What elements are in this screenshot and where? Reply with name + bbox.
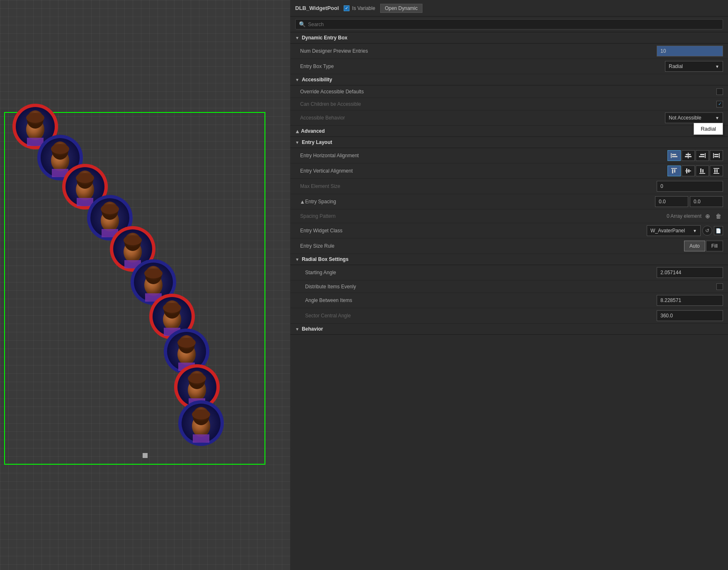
override-accessible-defaults-row: Override Accessible Defaults — [290, 85, 728, 98]
spacing-pattern-text: 0 Array element — [667, 213, 701, 219]
entry-widget-class-row: Entry Widget Class W_AvaterPanel ▼ ↺ 📄 — [290, 223, 728, 239]
can-children-accessible-checkbox[interactable] — [716, 101, 723, 107]
svg-rect-65 — [685, 156, 692, 157]
entry-spacing-label: Entry Spacing — [305, 199, 655, 205]
entry-size-rule-fill-button[interactable]: Fill — [706, 241, 723, 251]
svg-rect-77 — [686, 168, 687, 173]
accessible-behavior-chevron: ▼ — [715, 116, 719, 120]
avatar-canvas — [4, 91, 269, 452]
angle-between-items-row: Angle Between Items — [290, 293, 728, 308]
entry-spacing-y-input[interactable] — [690, 196, 723, 207]
can-children-accessible-label: Can Children be Accessible — [300, 101, 716, 107]
svg-point-34 — [144, 268, 163, 278]
starting-angle-row: Starting Angle — [290, 265, 728, 280]
accessibility-title: Accessibility — [302, 77, 332, 83]
svg-rect-82 — [713, 168, 719, 169]
is-variable-checkbox[interactable]: ✓ — [344, 5, 349, 11]
radial-box-settings-arrow: ▼ — [295, 257, 299, 262]
search-input[interactable] — [308, 22, 719, 27]
entry-widget-class-chevron: ▼ — [693, 229, 697, 233]
v-align-bottom-button[interactable] — [696, 166, 709, 176]
is-variable-group: ✓ Is Variable — [344, 5, 375, 11]
entry-size-rule-group: Auto Fill — [684, 241, 723, 251]
max-element-size-row: Max Element Size — [290, 179, 728, 194]
max-element-size-input[interactable] — [657, 181, 723, 192]
num-designer-preview-input[interactable] — [657, 46, 723, 56]
svg-rect-61 — [672, 154, 676, 155]
svg-rect-75 — [674, 169, 675, 173]
entry-spacing-x-input[interactable] — [655, 196, 688, 207]
spacing-pattern-add-button[interactable]: ⊕ — [703, 212, 712, 221]
svg-point-16 — [76, 173, 94, 183]
max-element-size-value — [657, 181, 723, 192]
widget-name-label: DLB_WidgetPool — [295, 5, 339, 11]
v-align-center-button[interactable] — [682, 166, 695, 176]
override-accessible-defaults-value — [716, 88, 723, 95]
svg-point-10 — [51, 144, 69, 154]
radial-box-settings-section-header[interactable]: ▼ Radial Box Settings — [290, 254, 728, 265]
svg-rect-68 — [699, 156, 704, 157]
entry-widget-class-dropdown[interactable]: W_AvaterPanel ▼ — [647, 225, 701, 236]
spacing-pattern-array: 0 Array element ⊕ 🗑 — [667, 212, 723, 221]
advanced-title: Advanced — [301, 128, 325, 134]
override-accessible-defaults-checkbox[interactable] — [716, 88, 723, 95]
entry-widget-class-label: Entry Widget Class — [300, 228, 647, 234]
svg-rect-63 — [688, 153, 689, 158]
radial-box-settings-title: Radial Box Settings — [302, 256, 349, 262]
entry-vertical-alignment-label: Entry Vertical Alignment — [300, 168, 667, 174]
svg-rect-70 — [719, 153, 720, 158]
svg-rect-78 — [688, 169, 689, 173]
svg-rect-71 — [714, 154, 718, 155]
entry-size-rule-auto-button[interactable]: Auto — [684, 241, 705, 251]
search-wrap: 🔍 — [295, 19, 723, 29]
svg-point-58 — [192, 409, 210, 419]
properties-panel[interactable]: ▼ Dynamic Entry Box Num Designer Preview… — [290, 32, 728, 570]
svg-rect-80 — [700, 168, 701, 173]
v-align-fill-button[interactable] — [710, 166, 723, 176]
accessible-behavior-label: Accessible Behavior — [300, 115, 665, 121]
behavior-arrow: ▼ — [295, 327, 299, 331]
svg-rect-64 — [686, 154, 691, 155]
svg-point-4 — [26, 113, 44, 123]
override-accessible-defaults-label: Override Accessible Defaults — [300, 89, 716, 95]
behavior-section-header[interactable]: ▼ Behavior — [290, 324, 728, 335]
svg-rect-62 — [672, 156, 677, 157]
entry-widget-class-value: W_AvaterPanel ▼ ↺ 📄 — [647, 225, 723, 236]
can-children-accessible-row: Can Children be Accessible — [290, 98, 728, 110]
entry-size-rule-row: Entry Size Rule Auto Fill — [290, 239, 728, 254]
angle-between-items-input[interactable] — [657, 295, 723, 306]
svg-rect-81 — [702, 169, 704, 173]
entry-vertical-alignment-row: Entry Vertical Alignment — [290, 163, 728, 179]
starting-angle-input[interactable] — [657, 267, 723, 278]
starting-angle-value — [657, 267, 723, 278]
h-align-center-button[interactable] — [682, 150, 695, 161]
distribute-items-evenly-value — [716, 283, 723, 290]
radial-dropdown-popup[interactable]: Radial — [694, 123, 723, 135]
resize-handle[interactable] — [143, 453, 148, 458]
distribute-items-evenly-checkbox[interactable] — [716, 283, 723, 290]
sector-central-angle-input[interactable] — [657, 310, 723, 321]
entry-spacing-expand-arrow[interactable]: ▶ — [300, 200, 304, 203]
svg-rect-72 — [714, 156, 718, 157]
h-align-right-button[interactable] — [696, 150, 709, 161]
entry-widget-class-browse-button[interactable]: 📄 — [714, 226, 723, 235]
entry-box-type-dropdown[interactable]: Radial ▼ — [665, 61, 723, 72]
advanced-section-header[interactable]: ▶ Advanced — [290, 126, 728, 137]
svg-rect-85 — [716, 169, 718, 173]
accessibility-section-header[interactable]: ▼ Accessibility — [290, 74, 728, 85]
entry-horizontal-alignment-label: Entry Horizontal Alignment — [300, 153, 667, 158]
entry-layout-section-header[interactable]: ▼ Entry Layout — [290, 137, 728, 148]
spacing-pattern-delete-button[interactable]: 🗑 — [714, 212, 723, 221]
svg-point-22 — [101, 204, 119, 214]
entry-widget-class-refresh-button[interactable]: ↺ — [702, 226, 712, 236]
dynamic-entry-box-arrow: ▼ — [295, 36, 299, 40]
accessible-behavior-dropdown[interactable]: Not Accessible ▼ — [665, 112, 723, 123]
open-dynamic-button[interactable]: Open Dynamic — [380, 4, 422, 13]
v-align-top-button[interactable] — [667, 166, 681, 176]
dynamic-entry-box-title: Dynamic Entry Box — [302, 35, 347, 41]
h-align-left-button[interactable] — [667, 150, 681, 161]
dynamic-entry-box-section-header[interactable]: ▼ Dynamic Entry Box — [290, 32, 728, 44]
h-align-fill-button[interactable] — [710, 150, 723, 161]
search-icon: 🔍 — [299, 21, 306, 27]
svg-rect-67 — [700, 154, 704, 155]
